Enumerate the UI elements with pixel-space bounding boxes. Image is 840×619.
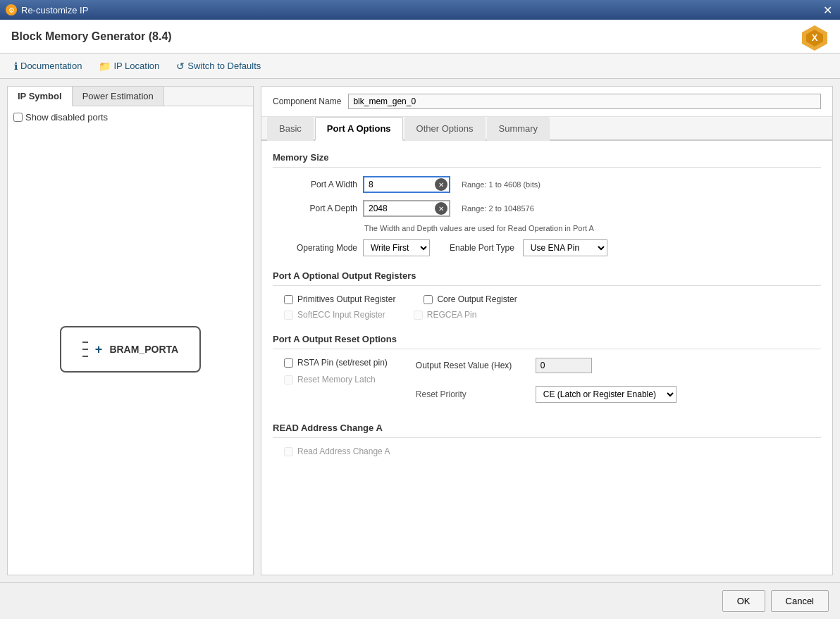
core-output-register-item: Core Output Register bbox=[424, 294, 517, 304]
core-output-register-label: Core Output Register bbox=[437, 294, 517, 304]
port-a-width-clear-button[interactable]: ✕ bbox=[435, 178, 447, 191]
port-a-depth-input[interactable] bbox=[364, 201, 435, 215]
output-registers-section: Port A Optional Output Registers Primiti… bbox=[273, 270, 821, 320]
port-a-width-input-wrapper: ✕ bbox=[363, 176, 450, 193]
ip-location-button[interactable]: 📁 IP Location bbox=[96, 59, 162, 73]
bram-label: BRAM_PORTA bbox=[109, 344, 178, 355]
port-a-depth-range: Range: 2 to 1048576 bbox=[462, 204, 534, 213]
primitives-output-register-item: Primitives Output Register bbox=[284, 294, 395, 304]
output-reset-title: Port A Output Reset Options bbox=[273, 334, 821, 349]
port-a-depth-clear-button[interactable]: ✕ bbox=[435, 202, 447, 215]
dialog-header: Block Memory Generator (8.4) X bbox=[0, 20, 840, 54]
rsta-pin-label: RSTA Pin (set/reset pin) bbox=[297, 358, 388, 368]
output-registers-checkboxes: Primitives Output Register Core Output R… bbox=[284, 294, 821, 304]
right-panel: Component Name Basic Port A Options Othe… bbox=[261, 86, 833, 575]
read-address-change-label: Read Address Change A bbox=[297, 446, 390, 456]
tab-basic[interactable]: Basic bbox=[267, 117, 314, 141]
connector-line-1 bbox=[82, 342, 88, 343]
port-a-width-input[interactable] bbox=[364, 177, 435, 192]
bram-plus-icon: + bbox=[95, 342, 103, 357]
reset-memory-latch-item: Reset Memory Latch bbox=[284, 375, 388, 384]
output-reset-value-input[interactable] bbox=[536, 358, 592, 373]
left-panel: IP Symbol Power Estimation Show disabled… bbox=[7, 86, 254, 575]
tab-power-estimation[interactable]: Power Estimation bbox=[73, 87, 164, 106]
operating-mode-select[interactable]: Write First Read First No Change bbox=[363, 239, 430, 256]
cancel-button[interactable]: Cancel bbox=[771, 590, 829, 612]
component-name-row: Component Name bbox=[261, 87, 832, 117]
left-tabs: IP Symbol Power Estimation bbox=[8, 87, 253, 106]
read-address-section: READ Address Change A Read Address Chang… bbox=[273, 423, 821, 456]
reset-memory-latch-label: Reset Memory Latch bbox=[297, 375, 376, 384]
operating-mode-row: Operating Mode Write First Read First No… bbox=[273, 239, 821, 256]
memory-size-title: Memory Size bbox=[273, 152, 821, 168]
reset-priority-label: Reset Priority bbox=[416, 389, 529, 399]
softECC-input-register-item: SoftECC Input Register bbox=[284, 310, 385, 320]
rsta-pin-checkbox[interactable] bbox=[284, 358, 293, 368]
location-icon: 📁 bbox=[99, 61, 111, 72]
tab-summary[interactable]: Summary bbox=[487, 117, 550, 141]
port-a-depth-input-wrapper: ✕ bbox=[363, 200, 450, 217]
show-disabled-ports-label[interactable]: Show disabled ports bbox=[13, 112, 108, 123]
primitives-output-register-label: Primitives Output Register bbox=[297, 294, 395, 304]
ok-button[interactable]: OK bbox=[722, 590, 765, 612]
core-output-register-checkbox[interactable] bbox=[424, 295, 433, 304]
switch-to-defaults-button[interactable]: ↺ Switch to Defaults bbox=[173, 59, 264, 73]
output-reset-value-row: Output Reset Value (Hex) bbox=[416, 358, 677, 373]
bottom-bar: OK Cancel bbox=[0, 582, 840, 619]
app-icon: ⚙ bbox=[6, 4, 17, 15]
title-bar: ⚙ Re-customize IP ✕ bbox=[0, 0, 840, 20]
memory-size-section: Memory Size Port A Width ✕ Range: 1 to 4… bbox=[273, 152, 821, 256]
info-icon: ℹ bbox=[14, 61, 18, 72]
enable-port-type-select[interactable]: Use ENA Pin Always Enabled bbox=[523, 239, 607, 256]
reset-memory-latch-checkbox bbox=[284, 375, 293, 384]
reset-priority-select[interactable]: CE (Latch or Register Enable) SR (Set/Re… bbox=[536, 386, 677, 403]
width-depth-note: The Width and Depth values are used for … bbox=[364, 224, 821, 232]
primitives-output-register-checkbox[interactable] bbox=[284, 295, 293, 304]
refresh-icon: ↺ bbox=[176, 61, 185, 72]
read-address-title: READ Address Change A bbox=[273, 423, 821, 438]
toolbar: ℹ Documentation 📁 IP Location ↺ Switch t… bbox=[0, 54, 840, 79]
softECC-input-register-checkbox bbox=[284, 311, 293, 320]
output-reset-section: Port A Output Reset Options RSTA Pin (se… bbox=[273, 334, 821, 408]
port-a-width-label: Port A Width bbox=[273, 180, 357, 189]
port-a-depth-row: Port A Depth ✕ Range: 2 to 1048576 bbox=[273, 200, 821, 217]
close-button[interactable]: ✕ bbox=[820, 3, 834, 17]
read-address-change-checkbox bbox=[284, 447, 293, 456]
show-disabled-ports-checkbox[interactable] bbox=[13, 113, 23, 122]
connector-line-3 bbox=[82, 356, 88, 357]
reset-priority-row: Reset Priority CE (Latch or Register Ena… bbox=[416, 386, 677, 403]
tab-bar: Basic Port A Options Other Options Summa… bbox=[261, 117, 832, 141]
port-a-width-range: Range: 1 to 4608 (bits) bbox=[462, 180, 541, 189]
bram-symbol: + BRAM_PORTA bbox=[60, 326, 201, 373]
connector-line-2 bbox=[82, 349, 88, 350]
read-address-change-item: Read Address Change A bbox=[284, 446, 821, 456]
rsta-pin-item: RSTA Pin (set/reset pin) bbox=[284, 358, 388, 368]
enable-port-type-label: Enable Port Type bbox=[450, 243, 514, 253]
regCEA-pin-checkbox bbox=[414, 311, 423, 320]
tab-port-a-options[interactable]: Port A Options bbox=[315, 117, 403, 141]
tab-ip-symbol[interactable]: IP Symbol bbox=[8, 87, 73, 106]
output-reset-value-label: Output Reset Value (Hex) bbox=[416, 361, 529, 370]
port-a-depth-label: Port A Depth bbox=[273, 204, 357, 213]
output-registers-title: Port A Optional Output Registers bbox=[273, 270, 821, 286]
component-name-label: Component Name bbox=[273, 96, 341, 106]
component-name-input[interactable] bbox=[348, 94, 821, 109]
tab-content: Memory Size Port A Width ✕ Range: 1 to 4… bbox=[261, 141, 832, 575]
bram-connectors bbox=[82, 342, 88, 357]
title-bar-text: Re-customize IP bbox=[21, 5, 88, 15]
regCEA-pin-label: REGCEA Pin bbox=[427, 310, 477, 320]
tab-other-options[interactable]: Other Options bbox=[404, 117, 486, 141]
operating-mode-label: Operating Mode bbox=[273, 243, 357, 253]
svg-text:X: X bbox=[812, 32, 818, 43]
dialog-title: Block Memory Generator (8.4) bbox=[11, 30, 829, 43]
xilinx-logo: X bbox=[801, 24, 829, 54]
port-a-width-row: Port A Width ✕ Range: 1 to 4608 (bits) bbox=[273, 176, 821, 193]
output-registers-checkboxes-2: SoftECC Input Register REGCEA Pin bbox=[284, 310, 821, 320]
regCEA-pin-item: REGCEA Pin bbox=[414, 310, 477, 320]
documentation-button[interactable]: ℹ Documentation bbox=[11, 59, 85, 73]
softECC-input-register-label: SoftECC Input Register bbox=[297, 310, 385, 320]
